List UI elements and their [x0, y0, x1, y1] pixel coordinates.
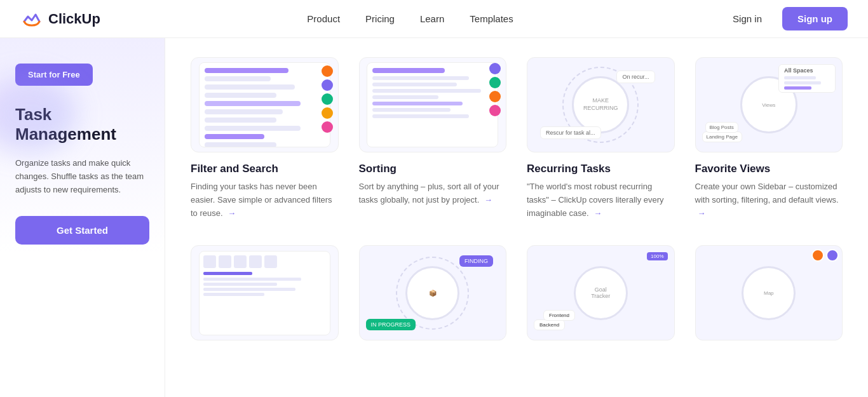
recurring-image: MAKERECURRING On recur... Rescur for tas…: [527, 57, 675, 152]
logo-text: ClickUp: [48, 11, 100, 27]
favorite-views-desc: Create your own Sidebar – customized wit…: [695, 180, 843, 220]
features-grid-row2: 📦 FINDING IN PROGRESS GoalTracker 100%: [191, 245, 843, 351]
sign-in-button[interactable]: Sign in: [720, 8, 775, 29]
sign-up-button[interactable]: Sign up: [782, 7, 848, 30]
sorting-image: [359, 57, 507, 152]
feature-card-row2-1: [191, 245, 339, 351]
row2-image-1: [191, 245, 339, 340]
feature-card-recurring: MAKERECURRING On recur... Rescur for tas…: [527, 57, 675, 220]
row2-image-4: Map: [695, 245, 843, 340]
feature-card-row2-3: GoalTracker 100% Backend Frontend: [527, 245, 675, 351]
recurring-desc: "The world's most robust recurring tasks…: [527, 180, 675, 220]
page-wrapper: Start for Free Task Management Organize …: [0, 38, 868, 397]
sorting-title: Sorting: [359, 163, 507, 175]
filter-search-link[interactable]: →: [227, 207, 236, 220]
feature-card-row2-2: 📦 FINDING IN PROGRESS: [359, 245, 507, 351]
get-started-button[interactable]: Get Started: [15, 216, 149, 245]
sidebar-description: Organize tasks and make quick changes. S…: [15, 157, 149, 196]
row2-image-3: GoalTracker 100% Backend Frontend: [527, 245, 675, 340]
nav-pricing[interactable]: Pricing: [355, 8, 405, 29]
navbar: ClickUp Product Pricing Learn Templates …: [0, 0, 868, 38]
navbar-actions: Sign in Sign up: [720, 7, 848, 30]
left-sidebar: Start for Free Task Management Organize …: [0, 38, 165, 397]
favorite-views-image: Views All Spaces Landing Page Blog Posts: [695, 57, 843, 152]
row2-image-2: 📦 FINDING IN PROGRESS: [359, 245, 507, 340]
nav-product[interactable]: Product: [297, 8, 350, 29]
logo-icon: [20, 8, 43, 30]
sorting-desc: Sort by anything – plus, sort all of you…: [359, 180, 507, 207]
favorite-views-title: Favorite Views: [695, 163, 843, 175]
features-grid-row1: Filter and Search Finding your tasks has…: [191, 57, 843, 220]
filter-search-desc: Finding your tasks has never been easier…: [191, 180, 339, 220]
favorite-views-link[interactable]: →: [698, 207, 706, 220]
recurring-link[interactable]: →: [593, 207, 602, 220]
feature-card-row2-4: Map: [695, 245, 843, 351]
feature-card-favorite-views: Views All Spaces Landing Page Blog Posts…: [695, 57, 843, 220]
logo[interactable]: ClickUp: [20, 8, 100, 30]
nav-learn[interactable]: Learn: [410, 8, 454, 29]
nav-menu: Product Pricing Learn Templates: [297, 8, 523, 29]
recurring-title: Recurring Tasks: [527, 163, 675, 175]
main-content: Filter and Search Finding your tasks has…: [165, 38, 868, 397]
filter-search-image: [191, 57, 339, 152]
nav-templates[interactable]: Templates: [459, 8, 523, 29]
filter-search-title: Filter and Search: [191, 163, 339, 175]
feature-card-sorting: Sorting Sort by anything – plus, sort al…: [359, 57, 507, 220]
sorting-link[interactable]: →: [484, 194, 492, 207]
feature-card-filter-search: Filter and Search Finding your tasks has…: [191, 57, 339, 220]
